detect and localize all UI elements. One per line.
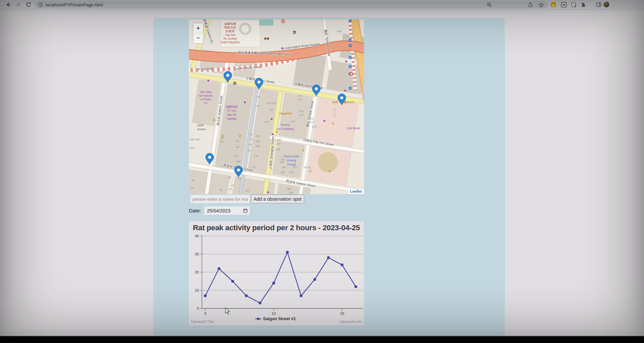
chart-data-point[interactable]: [231, 280, 234, 283]
spot-name-input[interactable]: [191, 195, 250, 203]
notes-extension-icon[interactable]: [571, 2, 577, 8]
map-zoom-out-button[interactable]: −: [193, 34, 203, 44]
profile-avatar[interactable]: [603, 1, 609, 7]
extension-icon[interactable]: [550, 2, 556, 8]
map-label: Bagaicha: [279, 112, 292, 115]
map-house-number: 107: [299, 113, 304, 116]
chart-data-point[interactable]: [259, 302, 262, 305]
map-house-number: 49: [191, 187, 194, 190]
map-label: Tei Jockey: [223, 37, 237, 40]
reload-icon[interactable]: [25, 1, 32, 8]
add-observation-spot-button[interactable]: Add a observation spot: [251, 195, 304, 203]
map-house-number: 171: [251, 166, 256, 169]
map-house-number: 41-43: [304, 166, 311, 169]
map-house-number: 62: [248, 149, 251, 152]
map-house-number: 184: [281, 166, 286, 169]
map-house-number: 97: [299, 98, 302, 101]
activity-chart[interactable]: 01020304001020 Rat peak activity period …: [189, 221, 364, 325]
chart-x-tick: 20: [340, 311, 344, 315]
bus-stop-icon: [349, 39, 352, 42]
side-panel-icon[interactable]: [596, 2, 602, 8]
shop-icon: [345, 60, 347, 62]
map-house-number: 161: [245, 189, 250, 192]
map-label: Market: [227, 117, 236, 120]
map-label: & Pearl: [201, 98, 211, 101]
chart-gridlines: [202, 236, 363, 308]
map-house-number: 180: [280, 171, 285, 174]
address-bar[interactable]: localhost/FYP/mainPage.html: [35, 1, 548, 8]
map-house-number: 55: [236, 146, 239, 149]
shop-icon: [272, 133, 274, 135]
bookmark-star-icon[interactable]: [537, 1, 545, 8]
map-label: 診療所: [226, 30, 235, 33]
share-icon[interactable]: [527, 1, 534, 8]
hospital-cross-icon: [350, 72, 353, 76]
map-house-number: 113: [291, 120, 295, 123]
chart-data-point[interactable]: [204, 294, 207, 297]
map-label: →: [304, 138, 307, 142]
shop-icon: [344, 90, 346, 92]
leaflet-attribution[interactable]: Leaflet: [348, 189, 364, 194]
chart-data-point[interactable]: [355, 285, 358, 288]
shop-icon: [323, 120, 325, 122]
zoom-out-icon[interactable]: [485, 1, 493, 8]
chart-legend[interactable]: Saigon Street #1: [255, 316, 296, 321]
date-value[interactable]: 25/04/2023: [207, 208, 243, 213]
chart-data-point[interactable]: [341, 263, 344, 266]
map-house-number: 162: [289, 191, 293, 194]
map-house-number: 405: [337, 30, 341, 33]
notion-icon[interactable]: N: [561, 2, 567, 8]
extensions-puzzle-icon[interactable]: [581, 2, 587, 8]
map-house-number: 66: [249, 143, 252, 146]
map-house-number: 42: [229, 188, 232, 191]
map-label: Ma Tei: [227, 113, 236, 116]
chart-data-point[interactable]: [245, 294, 248, 297]
chart-data-point[interactable]: [218, 267, 221, 270]
map-house-number: 59: [236, 140, 239, 143]
site-info-icon[interactable]: [38, 2, 43, 7]
map-label: 油麻地街: [226, 105, 238, 108]
map-house-number: 200: [276, 142, 281, 145]
chart-data-point[interactable]: [286, 251, 289, 254]
map-house-number: 64: [221, 136, 224, 139]
map-label: Paris Hotel: [284, 154, 299, 158]
chart-title: Rat peak activity period per 2 hours - 2…: [193, 224, 360, 232]
page-content: 廣東道 Canton Ro加士居道天橋 Gascoigne Road Flyov…: [0, 10, 644, 336]
chart-x-tick: 0: [204, 311, 206, 315]
chart-y-tick: 0: [197, 306, 199, 310]
forward-icon[interactable]: [15, 1, 22, 8]
shop-icon: [244, 101, 246, 103]
map-house-number: 147: [289, 171, 294, 174]
map-zoom-in-button[interactable]: +: [193, 23, 203, 34]
chart-series: [204, 251, 357, 304]
back-icon[interactable]: [5, 1, 12, 8]
date-label: Date:: [189, 208, 201, 214]
canvasjs-link[interactable]: CanvasJS.com: [339, 320, 362, 324]
chart-data-point[interactable]: [327, 256, 330, 259]
map-house-number: 5: [334, 108, 335, 111]
bus-stop-icon: [349, 44, 352, 47]
map-label: Yau Ma: [225, 33, 235, 37]
map-label: Gemstone: [199, 94, 213, 97]
map-house-number: 55: [192, 179, 195, 182]
chart-data-point[interactable]: [313, 278, 316, 281]
bus-stop-icon: [349, 87, 352, 90]
leaflet-map[interactable]: 廣東道 Canton Ro加士居道天橋 Gascoigne Road Flyov…: [189, 19, 364, 194]
shop-icon: [271, 118, 273, 120]
date-input[interactable]: 25/04/2023: [204, 206, 250, 215]
map-house-number: 582-588: [190, 138, 200, 141]
map-house-number: 36: [219, 188, 222, 191]
shop-icon: [207, 80, 209, 82]
chart-data-point[interactable]: [272, 282, 275, 285]
map-house-number: 580: [190, 146, 194, 149]
chart-legend-label[interactable]: Saigon Street #1: [263, 316, 296, 321]
chart-data-point[interactable]: [300, 294, 303, 297]
map-house-number: 49: [235, 155, 238, 158]
map-label: Timmy: [281, 123, 290, 127]
map-house-number: 196: [275, 148, 280, 151]
url-text[interactable]: localhost/FYP/mainPage.html: [46, 2, 103, 7]
bus-stop-icon: [349, 65, 352, 68]
calendar-icon[interactable]: [243, 208, 248, 213]
map-house-number: 211-215: [267, 102, 276, 105]
map-house-number: 9: [334, 114, 335, 117]
